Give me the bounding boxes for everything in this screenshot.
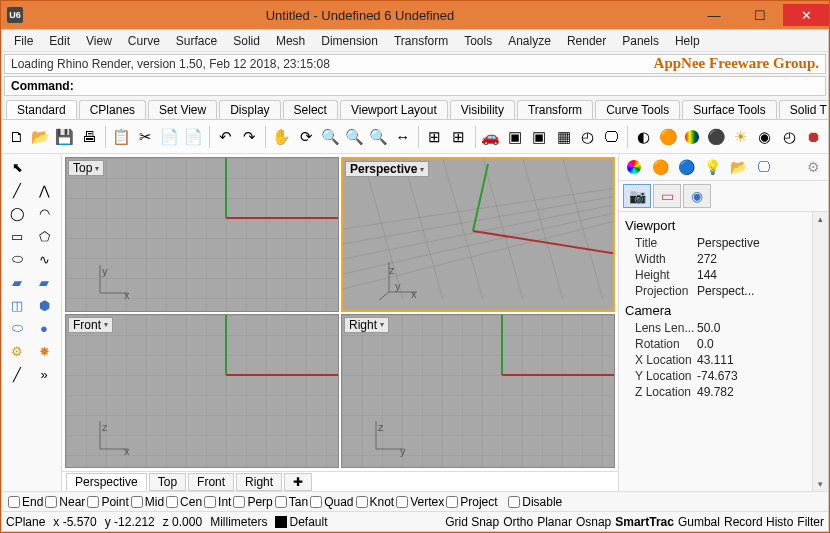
surface2-icon[interactable]: ▰: [31, 271, 57, 293]
material-icon[interactable]: [682, 124, 703, 150]
named-cplane-icon[interactable]: ▣: [529, 124, 550, 150]
panel-env-icon[interactable]: 🔵: [675, 157, 697, 177]
mode-ortho[interactable]: Ortho: [503, 515, 533, 529]
zoom-in-icon[interactable]: 🔍: [320, 124, 341, 150]
more-icon[interactable]: ╱: [4, 363, 30, 385]
osnap-tan[interactable]: Tan: [275, 495, 308, 509]
menu-edit[interactable]: Edit: [41, 32, 78, 50]
ellipse-icon[interactable]: ⬭: [4, 248, 30, 270]
panel-light-icon[interactable]: 💡: [701, 157, 723, 177]
prop-rotation[interactable]: Rotation0.0: [623, 336, 826, 352]
osnap-point[interactable]: Point: [87, 495, 128, 509]
expand-icon[interactable]: »: [31, 363, 57, 385]
prop-height[interactable]: Height144: [623, 267, 826, 283]
print-icon[interactable]: 🖶: [79, 124, 100, 150]
tab-standard[interactable]: Standard: [6, 100, 77, 119]
viewport-top-label[interactable]: Top▾: [68, 160, 104, 176]
mode-planar[interactable]: Planar: [537, 515, 572, 529]
chevron-down-icon[interactable]: ▾: [380, 320, 384, 329]
status-layer[interactable]: Default: [275, 515, 327, 529]
line-icon[interactable]: ╱: [4, 179, 30, 201]
status-cplane[interactable]: CPlane: [6, 515, 45, 529]
panel-display-icon[interactable]: 🖵: [753, 157, 775, 177]
menu-surface[interactable]: Surface: [168, 32, 225, 50]
record-icon[interactable]: ⏺: [803, 124, 824, 150]
vtab-add[interactable]: ✚: [284, 473, 312, 491]
save-icon[interactable]: 💾: [54, 124, 75, 150]
prop-lens[interactable]: Lens Len...50.0: [623, 320, 826, 336]
maximize-button[interactable]: ☐: [737, 4, 783, 26]
status-units[interactable]: Millimeters: [210, 515, 267, 529]
car-icon[interactable]: 🚗: [480, 124, 501, 150]
pointer-icon[interactable]: ⬉: [4, 156, 30, 178]
lights-icon[interactable]: ◉: [754, 124, 775, 150]
tab-transform[interactable]: Transform: [517, 100, 593, 119]
menu-solid[interactable]: Solid: [225, 32, 268, 50]
prop-xloc[interactable]: X Location43.111: [623, 352, 826, 368]
chevron-down-icon[interactable]: ▾: [95, 164, 99, 173]
panel-gear-icon[interactable]: ⚙: [802, 157, 824, 177]
menu-panels[interactable]: Panels: [614, 32, 667, 50]
four-viewports-icon[interactable]: ⊞: [424, 124, 445, 150]
mode-recordhistory[interactable]: Record Histo: [724, 515, 793, 529]
mode-gumball[interactable]: Gumbal: [678, 515, 720, 529]
menu-transform[interactable]: Transform: [386, 32, 456, 50]
vtab-front[interactable]: Front: [188, 473, 234, 491]
tab-viewportlayout[interactable]: Viewport Layout: [340, 100, 448, 119]
menu-view[interactable]: View: [78, 32, 120, 50]
panel-folder-icon[interactable]: 📂: [727, 157, 749, 177]
pan-icon[interactable]: ✋: [271, 124, 292, 150]
menu-tools[interactable]: Tools: [456, 32, 500, 50]
open-icon[interactable]: 📂: [30, 124, 51, 150]
view-icon[interactable]: 🖵: [601, 124, 622, 150]
menu-analyze[interactable]: Analyze: [500, 32, 559, 50]
prop-width[interactable]: Width272: [623, 251, 826, 267]
tab-solidtools[interactable]: Solid T: [779, 100, 828, 119]
vtab-right[interactable]: Right: [236, 473, 282, 491]
rotate-icon[interactable]: ⟳: [295, 124, 316, 150]
solid-icon[interactable]: ⬢: [31, 294, 57, 316]
new-icon[interactable]: 🗋: [6, 124, 27, 150]
vtab-top[interactable]: Top: [149, 473, 186, 491]
viewport-right-label[interactable]: Right▾: [344, 317, 389, 333]
osnap-cen[interactable]: Cen: [166, 495, 202, 509]
tab-setview[interactable]: Set View: [148, 100, 217, 119]
panel-properties-icon[interactable]: [623, 157, 645, 177]
osnap-int[interactable]: Int: [204, 495, 231, 509]
paste-icon[interactable]: 📄: [159, 124, 180, 150]
shade-icon[interactable]: ◐: [633, 124, 654, 150]
menu-help[interactable]: Help: [667, 32, 708, 50]
scrollbar[interactable]: ▴▾: [812, 212, 828, 491]
sun-icon[interactable]: ☀: [730, 124, 751, 150]
tab-surfacetools[interactable]: Surface Tools: [682, 100, 777, 119]
osnap-near[interactable]: Near: [45, 495, 85, 509]
tab-cplanes[interactable]: CPlanes: [79, 100, 146, 119]
menu-file[interactable]: File: [6, 32, 41, 50]
osnap-end[interactable]: End: [8, 495, 43, 509]
cplane-icon[interactable]: ▣: [505, 124, 526, 150]
osnap-knot[interactable]: Knot: [356, 495, 395, 509]
prop-yloc[interactable]: Y Location-74.673: [623, 368, 826, 384]
tab-visibility[interactable]: Visibility: [450, 100, 515, 119]
copy-icon[interactable]: 📋: [111, 124, 132, 150]
tab-curvetools[interactable]: Curve Tools: [595, 100, 680, 119]
menu-mesh[interactable]: Mesh: [268, 32, 313, 50]
surface-icon[interactable]: ▰: [4, 271, 30, 293]
env-icon[interactable]: ⚫: [706, 124, 727, 150]
viewport-perspective[interactable]: Perspective▾ zxy: [341, 157, 615, 312]
explode-icon[interactable]: ✸: [31, 340, 57, 362]
viewport-perspective-label[interactable]: Perspective▾: [345, 161, 429, 177]
sphere-icon[interactable]: ●: [31, 317, 57, 339]
layout-icon[interactable]: ⊞: [448, 124, 469, 150]
cplane-grid-icon[interactable]: ▦: [553, 124, 574, 150]
prop-projection[interactable]: ProjectionPerspect...⌄: [623, 283, 826, 299]
mode-osnap[interactable]: Osnap: [576, 515, 611, 529]
menu-curve[interactable]: Curve: [120, 32, 168, 50]
rect-icon[interactable]: ▭: [4, 225, 30, 247]
minimize-button[interactable]: —: [691, 4, 737, 26]
scroll-down-icon[interactable]: ▾: [816, 477, 825, 491]
viewport-front-label[interactable]: Front▾: [68, 317, 113, 333]
zoom-extents-icon[interactable]: 🔍: [368, 124, 389, 150]
render-icon[interactable]: 🟠: [657, 124, 678, 150]
cylinder-icon[interactable]: ⬭: [4, 317, 30, 339]
